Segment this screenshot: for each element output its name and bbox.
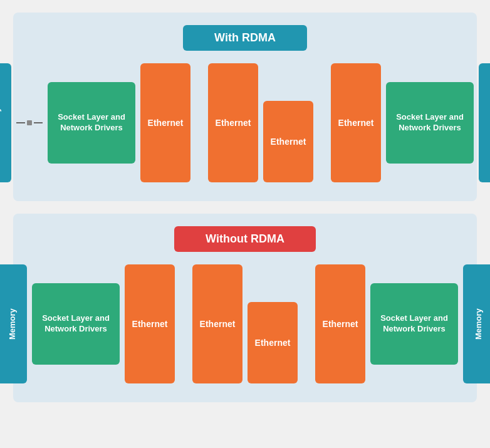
connector-rdma: [16, 120, 43, 125]
right-group-rdma: Memory Socket Layer and Network Drivers …: [331, 63, 490, 182]
right-memory-rdma: Memory: [479, 63, 490, 182]
without-rdma-nodes: Memory Socket Layer and Network Drivers …: [26, 264, 464, 383]
left-memory-rdma: Memory: [0, 63, 11, 182]
left-ethernet-no-rdma: Ethernet: [125, 264, 175, 383]
middle-ethernet-left-rdma: Ethernet: [208, 63, 258, 182]
middle-ethernet-right-no-rdma: Ethernet: [248, 302, 298, 383]
right-ethernet-rdma: Ethernet: [331, 63, 381, 182]
middle-ethernets-no-rdma: Ethernet Ethernet: [192, 264, 298, 383]
right-socket-rdma: Socket Layer and Network Drivers: [386, 82, 474, 164]
with-rdma-section: With RDMA Memory Socket Layer and Networ…: [13, 13, 477, 201]
arrow-line: [16, 122, 25, 123]
left-memory-no-rdma: Memory: [0, 264, 27, 383]
right-memory-no-rdma: Memory: [463, 264, 490, 383]
middle-ethernet-left-no-rdma: Ethernet: [192, 264, 242, 383]
middle-ethernet-right-rdma: Ethernet: [263, 101, 313, 182]
middle-ethernets-rdma: Ethernet Ethernet: [208, 63, 313, 182]
with-rdma-nodes: Memory Socket Layer and Network Drivers …: [26, 63, 464, 182]
left-group-rdma: Memory Socket Layer and Network Drivers …: [0, 63, 190, 182]
left-group-no-rdma: Memory Socket Layer and Network Drivers …: [0, 264, 175, 383]
without-rdma-title: Without RDMA: [174, 226, 316, 252]
arrow-line2: [34, 122, 43, 123]
with-rdma-title: With RDMA: [183, 25, 307, 51]
left-socket-rdma: Socket Layer and Network Drivers: [48, 82, 135, 164]
small-square: [27, 120, 32, 125]
left-ethernet-rdma: Ethernet: [140, 63, 190, 182]
left-socket-no-rdma: Socket Layer and Network Drivers: [32, 283, 120, 365]
without-rdma-section: Without RDMA Memory Socket Layer and Net…: [13, 214, 477, 402]
right-socket-no-rdma: Socket Layer and Network Drivers: [370, 283, 458, 365]
right-group-no-rdma: Memory Socket Layer and Network Drivers …: [315, 264, 490, 383]
right-ethernet-no-rdma: Ethernet: [315, 264, 365, 383]
